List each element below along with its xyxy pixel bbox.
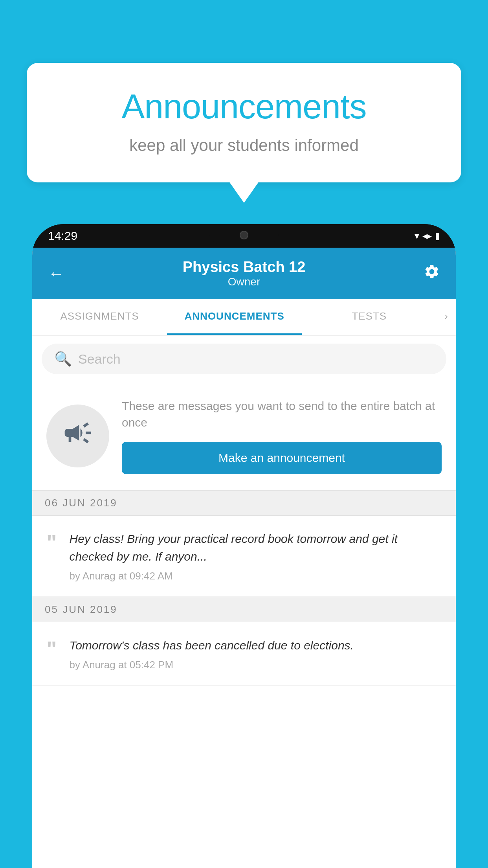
wifi-icon: ▾ xyxy=(415,230,419,241)
search-input[interactable]: Search xyxy=(78,351,121,367)
battery-icon: ▮ xyxy=(435,230,440,241)
search-area: 🔍 Search xyxy=(32,336,456,382)
tab-more-icon[interactable]: › xyxy=(437,299,456,335)
phone-notch xyxy=(209,224,279,246)
bubble-title: Announcements xyxy=(58,86,430,127)
search-box[interactable]: 🔍 Search xyxy=(42,344,446,374)
tab-tests[interactable]: TESTS xyxy=(302,299,437,335)
promo-icon-circle xyxy=(46,405,109,467)
status-bar: 14:29 ▾ ◂▸ ▮ xyxy=(32,224,456,248)
owner-label: Owner xyxy=(64,276,424,288)
phone-frame: 14:29 ▾ ◂▸ ▮ ← Physics Batch 12 Owner xyxy=(32,224,456,868)
status-time: 14:29 xyxy=(48,229,77,243)
quote-icon-1: " xyxy=(46,531,57,554)
app-header: ← Physics Batch 12 Owner xyxy=(32,248,456,299)
make-announcement-button[interactable]: Make an announcement xyxy=(122,442,442,474)
announcement-item-1[interactable]: " Hey class! Bring your practical record… xyxy=(32,516,456,597)
signal-icon: ◂▸ xyxy=(422,230,432,241)
announcement-content-2: Tomorrow's class has been cancelled due … xyxy=(70,636,442,671)
status-icons: ▾ ◂▸ ▮ xyxy=(415,230,440,241)
back-button[interactable]: ← xyxy=(48,264,64,283)
tab-announcements[interactable]: ANNOUNCEMENTS xyxy=(167,299,302,335)
quote-icon-2: " xyxy=(46,638,57,660)
announcement-meta-2: by Anurag at 05:42 PM xyxy=(70,659,442,671)
front-camera xyxy=(240,231,248,239)
announcement-text-1: Hey class! Bring your practical record b… xyxy=(70,530,442,565)
date-separator-2: 05 JUN 2019 xyxy=(32,597,456,622)
phone-screen: ← Physics Batch 12 Owner ASSIGNMENTS ANN… xyxy=(32,248,456,868)
megaphone-icon xyxy=(62,417,94,455)
tabs-bar: ASSIGNMENTS ANNOUNCEMENTS TESTS › xyxy=(32,299,456,336)
settings-button[interactable] xyxy=(424,263,440,284)
announcement-content-1: Hey class! Bring your practical record b… xyxy=(70,530,442,582)
bubble-subtitle: keep all your students informed xyxy=(58,136,430,155)
promo-right: These are messages you want to send to t… xyxy=(122,398,442,474)
promo-card: These are messages you want to send to t… xyxy=(32,382,456,490)
announcement-meta-1: by Anurag at 09:42 AM xyxy=(70,570,442,582)
promo-description: These are messages you want to send to t… xyxy=(122,398,442,431)
date-separator-1: 06 JUN 2019 xyxy=(32,490,456,516)
search-icon: 🔍 xyxy=(54,351,72,367)
header-title-area: Physics Batch 12 Owner xyxy=(64,259,424,288)
announcement-item-2[interactable]: " Tomorrow's class has been cancelled du… xyxy=(32,622,456,686)
announcement-text-2: Tomorrow's class has been cancelled due … xyxy=(70,636,442,654)
tab-assignments[interactable]: ASSIGNMENTS xyxy=(32,299,167,335)
speech-bubble: Announcements keep all your students inf… xyxy=(27,63,461,182)
speech-bubble-container: Announcements keep all your students inf… xyxy=(27,63,461,182)
batch-name: Physics Batch 12 xyxy=(64,259,424,276)
